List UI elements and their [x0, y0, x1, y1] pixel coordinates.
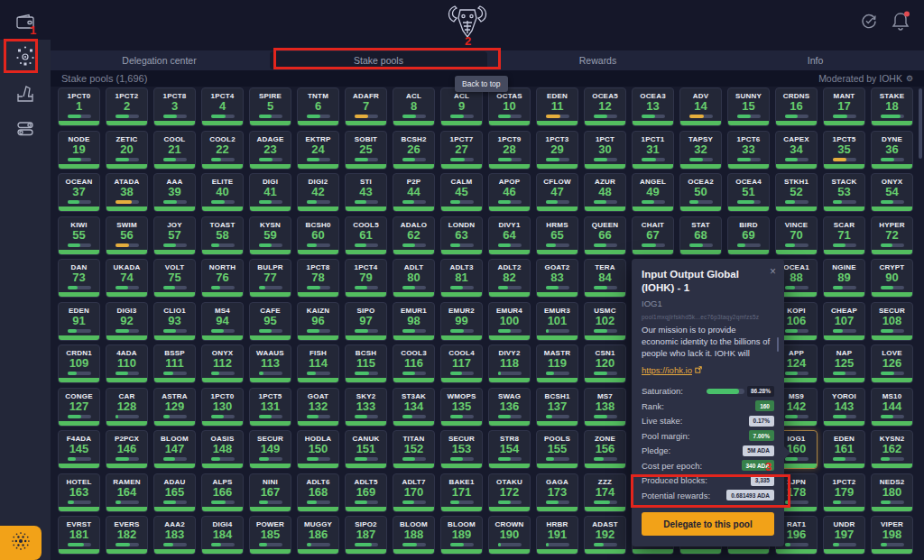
pool-tile-AAA2-183[interactable]: AAA2183 — [153, 516, 196, 555]
pool-tile-STAT-68[interactable]: STAT68 — [679, 216, 722, 255]
pool-tile-ALPS-166[interactable]: ALPS166 — [201, 473, 244, 512]
pool-tile-BCSH1-137[interactable]: BCSH1137 — [536, 388, 578, 427]
pool-tile-CONGE-127[interactable]: CONGE127 — [58, 388, 100, 427]
pool-tile-HYPER-72[interactable]: HYPER72 — [871, 216, 913, 255]
pool-tile-P2PCX-146[interactable]: P2PCX146 — [106, 430, 148, 469]
pool-tile-CSN1-120[interactable]: CSN1120 — [584, 344, 626, 383]
pool-tile-YOROI-143[interactable]: YOROI143 — [823, 388, 865, 427]
pool-tile-HRMS-65[interactable]: HRMS65 — [536, 216, 578, 255]
pool-tile-ADAGE-23[interactable]: ADAGE23 — [249, 131, 291, 170]
pool-tile-DIVY2-118[interactable]: DIVY2118 — [488, 344, 531, 383]
pool-tile-SIPO-97[interactable]: SIPO97 — [345, 302, 387, 341]
pool-tile-ATADA-38[interactable]: ATADA38 — [106, 173, 148, 212]
pool-tile-DIGI3-92[interactable]: DIGI392 — [106, 302, 148, 341]
pool-tile-ADAFR-7[interactable]: ADAFR7 — [345, 87, 387, 126]
pool-tile-DIVY1-64[interactable]: DIVY164 — [488, 216, 531, 255]
pool-tile-BULPR-77[interactable]: BULPR77 — [249, 259, 291, 298]
pool-tile-EDEN-11[interactable]: EDEN11 — [536, 87, 578, 126]
pool-tile-VIPER-198[interactable]: VIPER198 — [871, 516, 913, 555]
pool-tile-STACK-53[interactable]: STACK53 — [823, 173, 865, 212]
pool-tile-SWIM-56[interactable]: SWIM56 — [106, 216, 148, 255]
pool-tile-HODLA-150[interactable]: HODLA150 — [297, 430, 339, 469]
pool-tile-ADLT5-169[interactable]: ADLT5169 — [345, 473, 387, 512]
pool-tile-ADALO-62[interactable]: ADALO62 — [393, 216, 435, 255]
pool-tile-BCSH-115[interactable]: BCSH115 — [345, 344, 387, 383]
pool-tile-1PCT9-28[interactable]: 1PCT928 — [488, 131, 531, 170]
pool-tile-TNTM-6[interactable]: TNTM6 — [297, 87, 339, 126]
pool-tile-EDEN-161[interactable]: EDEN161 — [823, 430, 865, 469]
delegate-button[interactable]: Delegate to this pool — [642, 512, 774, 536]
pool-tile-COOL3-116[interactable]: COOL3116 — [393, 344, 435, 383]
pool-tile-1PCT5-35[interactable]: 1PCT535 — [823, 131, 865, 170]
pool-tile-KAIZN-96[interactable]: KAIZN96 — [297, 302, 339, 341]
pool-tile-POWER-185[interactable]: POWER185 — [249, 516, 291, 555]
sync-status-icon[interactable] — [860, 12, 878, 33]
description-scrollbar[interactable] — [777, 337, 779, 352]
pool-tile-OCEA3-13[interactable]: OCEA313 — [632, 87, 674, 126]
pool-tile-OCEA2-50[interactable]: OCEA250 — [679, 173, 722, 212]
pool-tile-CALM-45[interactable]: CALM45 — [440, 173, 483, 212]
pool-tile-CLIO1-93[interactable]: CLIO193 — [153, 302, 196, 341]
pool-tile-ONYX-112[interactable]: ONYX112 — [201, 344, 244, 383]
close-icon[interactable]: × — [770, 266, 776, 277]
pool-tile-NORTH-76[interactable]: NORTH76 — [201, 259, 244, 298]
pool-tile-1PCT8-3[interactable]: 1PCT83 — [153, 87, 196, 126]
pool-tile-NGINE-89[interactable]: NGINE89 — [823, 259, 865, 298]
pool-tile-OCTAS-10[interactable]: OCTAS10 — [488, 87, 531, 126]
pool-tile-ANGEL-49[interactable]: ANGEL49 — [632, 173, 674, 212]
sidebar-item-wallets[interactable] — [0, 13, 51, 34]
pool-tile-EKTRP-24[interactable]: EKTRP24 — [297, 131, 339, 170]
pool-tile-NEDS2-180[interactable]: NEDS2180 — [871, 473, 913, 512]
pool-tile-EMUR3-101[interactable]: EMUR3101 — [536, 302, 578, 341]
pool-tile-ZONE-156[interactable]: ZONE156 — [584, 430, 626, 469]
pool-tile-OASIS-148[interactable]: OASIS148 — [201, 430, 244, 469]
pool-tile-1PCT0-130[interactable]: 1PCT0130 — [201, 388, 244, 427]
pool-tile-NODE-19[interactable]: NODE19 — [58, 131, 100, 170]
pool-tile-1PCT8-78[interactable]: 1PCT878 — [297, 259, 339, 298]
pool-tile-BCSH0-60[interactable]: BCSH060 — [297, 216, 339, 255]
pool-tile-KYSN-59[interactable]: KYSN59 — [249, 216, 291, 255]
pool-tile-ADLT7-170[interactable]: ADLT7170 — [393, 473, 435, 512]
pool-tile-SOBIT-25[interactable]: SOBIT25 — [345, 131, 387, 170]
pool-tile-MS7-138[interactable]: MS7138 — [584, 388, 626, 427]
pool-tile-SECUR-108[interactable]: SECUR108 — [871, 302, 913, 341]
pool-tile-STR8-154[interactable]: STR8154 — [488, 430, 531, 469]
pool-tile-STAKE-18[interactable]: STAKE18 — [871, 87, 913, 126]
pool-tile-ADLT3-81[interactable]: ADLT381 — [440, 259, 483, 298]
pool-tile-BLOOM-147[interactable]: BLOOM147 — [153, 430, 196, 469]
pool-tile-WMOPS-135[interactable]: WMOPS135 — [440, 388, 483, 427]
tab-info[interactable]: Info — [707, 50, 924, 70]
pool-tile-1PCT2-2[interactable]: 1PCT22 — [106, 87, 148, 126]
pool-tile-SECUR-153[interactable]: SECUR153 — [440, 430, 483, 469]
pool-tile-CHEAP-107[interactable]: CHEAP107 — [823, 302, 865, 341]
pool-tile-TAPSY-32[interactable]: TAPSY32 — [679, 131, 722, 170]
pool-tile-BLOOM-189[interactable]: BLOOM189 — [440, 516, 483, 555]
pool-tile-MS4-94[interactable]: MS494 — [201, 302, 244, 341]
pool-tile-EVERS-182[interactable]: EVERS182 — [106, 516, 148, 555]
pool-tile-CAPEX-34[interactable]: CAPEX34 — [775, 131, 818, 170]
cardano-network-button[interactable] — [0, 526, 42, 560]
pool-tile-CROWN-190[interactable]: CROWN190 — [488, 516, 531, 555]
pool-tile-BIRD-69[interactable]: BIRD69 — [727, 216, 770, 255]
pool-tile-STKH1-52[interactable]: STKH152 — [775, 173, 818, 212]
pool-tile-STI-43[interactable]: STI43 — [345, 173, 387, 212]
pool-tile-P2P-44[interactable]: P2P44 — [393, 173, 435, 212]
pool-tile-1PCT6-33[interactable]: 1PCT633 — [727, 131, 770, 170]
pool-tile-LOVE-126[interactable]: LOVE126 — [871, 344, 913, 383]
pool-tile-1PCT3-29[interactable]: 1PCT329 — [536, 131, 578, 170]
pool-tile-EVRST-181[interactable]: EVRST181 — [58, 516, 100, 555]
pool-tile-DIGI-41[interactable]: DIGI41 — [249, 173, 291, 212]
pool-tile-USMC-102[interactable]: USMC102 — [584, 302, 626, 341]
pool-tile-SWAG-136[interactable]: SWAG136 — [488, 388, 531, 427]
pool-tile-OTAKU-172[interactable]: OTAKU172 — [488, 473, 531, 512]
pool-tile-1PCT4-4[interactable]: 1PCT44 — [201, 87, 244, 126]
pool-tile-F4ADA-145[interactable]: F4ADA145 — [58, 430, 100, 469]
pool-tile-SECUR-149[interactable]: SECUR149 — [249, 430, 291, 469]
pool-tile-SPIRE-5[interactable]: SPIRE5 — [249, 87, 291, 126]
pool-tile-COOL5-61[interactable]: COOL561 — [345, 216, 387, 255]
notifications-icon[interactable] — [890, 10, 911, 37]
pool-tile-MS10-144[interactable]: MS10144 — [871, 388, 913, 427]
pool-tile-CHAIT-67[interactable]: CHAIT67 — [632, 216, 674, 255]
pool-tile-DAN-73[interactable]: DAN73 — [58, 259, 100, 298]
pool-tile-AZUR-48[interactable]: AZUR48 — [584, 173, 626, 212]
